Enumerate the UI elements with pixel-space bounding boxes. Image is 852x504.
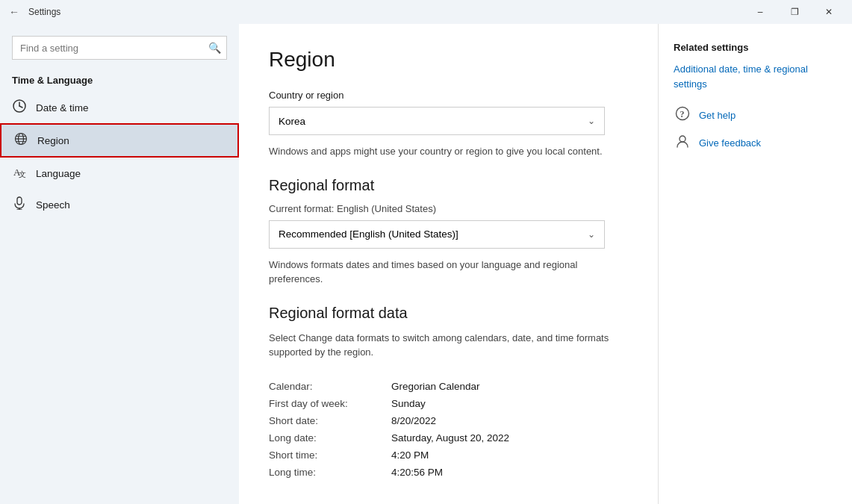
data-value: Sunday: [391, 398, 426, 409]
sidebar-item-date-time[interactable]: Date & time: [0, 92, 239, 123]
give-feedback-label[interactable]: Give feedback: [699, 137, 761, 149]
page-title: Region: [269, 48, 628, 72]
get-help-item[interactable]: ? Get help: [674, 106, 837, 125]
sidebar-item-language[interactable]: A 文 Language: [0, 158, 239, 189]
date-time-icon: [12, 99, 27, 116]
regional-data-info: Select Change data formats to switch amo…: [269, 331, 612, 360]
sidebar-item-label-region: Region: [37, 135, 69, 146]
restore-button[interactable]: ❐: [777, 0, 812, 24]
sidebar-section-title: Time & Language: [0, 72, 239, 92]
svg-point-15: [680, 136, 685, 142]
table-row: First day of week:Sunday: [269, 395, 628, 412]
regional-format-heading: Regional format: [269, 177, 628, 194]
right-panel: Related settings Additional date, time &…: [658, 24, 852, 504]
title-bar-title: Settings: [28, 7, 60, 17]
format-info: Windows formats dates and times based on…: [269, 258, 612, 287]
table-row: Long date:Saturday, August 20, 2022: [269, 429, 628, 447]
data-label: Long date:: [269, 432, 373, 444]
minimize-button[interactable]: –: [743, 0, 777, 24]
table-row: Calendar:Gregorian Calendar: [269, 378, 628, 395]
give-feedback-icon: [674, 134, 691, 152]
chevron-down-icon: ⌄: [588, 116, 595, 126]
data-value: 4:20 PM: [391, 449, 429, 461]
format-value: Recommended [English (United States)]: [279, 228, 458, 240]
get-help-label[interactable]: Get help: [699, 110, 736, 121]
data-label: Short time:: [269, 449, 373, 461]
country-label: Country or region: [269, 90, 628, 101]
data-value: 4:20:56 PM: [391, 467, 443, 478]
sidebar-item-region[interactable]: Region: [0, 123, 239, 158]
country-value: Korea: [279, 116, 305, 127]
current-format-label: Current format: English (United States): [269, 203, 628, 214]
close-button[interactable]: ✕: [812, 0, 846, 24]
data-value: Gregorian Calendar: [391, 381, 480, 392]
get-help-icon: ?: [674, 106, 691, 125]
sidebar-item-label-language: Language: [36, 168, 81, 179]
table-row: Short time:4:20 PM: [269, 447, 628, 464]
related-title: Related settings: [674, 42, 837, 53]
data-label: Long time:: [269, 467, 373, 478]
data-label: Calendar:: [269, 381, 373, 392]
search-icon: 🔍: [208, 42, 221, 54]
region-icon: [13, 132, 28, 149]
title-bar: ← Settings – ❐ ✕: [0, 0, 852, 24]
sidebar: 🔍 Time & Language Date & time: [0, 24, 239, 504]
data-value: 8/20/2022: [391, 415, 436, 426]
sidebar-item-speech[interactable]: Speech: [0, 189, 239, 220]
svg-text:文: 文: [19, 170, 26, 178]
main-content: Region Country or region Korea ⌄ Windows…: [239, 24, 658, 504]
format-dropdown[interactable]: Recommended [English (United States)] ⌄: [269, 220, 605, 249]
app-body: 🔍 Time & Language Date & time: [0, 24, 852, 504]
country-dropdown[interactable]: Korea ⌄: [269, 107, 605, 135]
sidebar-item-label-date-time: Date & time: [36, 102, 89, 113]
table-row: Long time:4:20:56 PM: [269, 464, 628, 481]
sidebar-search-container: 🔍: [12, 36, 227, 60]
chevron-down-icon-2: ⌄: [588, 229, 595, 240]
related-link-date-time[interactable]: Additional date, time & regional setting…: [674, 62, 837, 91]
sidebar-item-label-speech: Speech: [36, 199, 70, 211]
language-icon: A 文: [12, 165, 27, 181]
search-input[interactable]: [12, 36, 227, 60]
data-value: Saturday, August 20, 2022: [391, 432, 509, 444]
data-label: Short date:: [269, 415, 373, 426]
give-feedback-item[interactable]: Give feedback: [674, 134, 837, 152]
country-info: Windows and apps might use your country …: [269, 144, 612, 159]
data-table: Calendar:Gregorian CalendarFirst day of …: [269, 378, 628, 481]
title-bar-controls: – ❐ ✕: [743, 0, 846, 24]
table-row: Short date:8/20/2022: [269, 412, 628, 429]
title-bar-left: ← Settings: [6, 3, 743, 21]
regional-data-heading: Regional format data: [269, 305, 628, 322]
svg-rect-10: [17, 197, 22, 205]
back-button[interactable]: ←: [6, 3, 22, 21]
svg-text:?: ?: [680, 109, 685, 119]
speech-icon: [12, 196, 27, 213]
svg-line-2: [19, 106, 22, 108]
data-label: First day of week:: [269, 398, 373, 409]
